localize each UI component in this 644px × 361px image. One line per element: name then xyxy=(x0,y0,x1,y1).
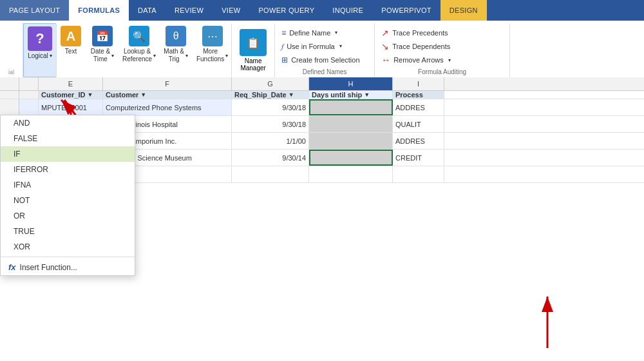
filter-icon-g[interactable]: ▼ xyxy=(289,92,294,98)
filter-icon-h[interactable]: ▼ xyxy=(364,92,370,98)
ribbon: PAGE LAYOUT FORMULAS DATA REVIEW VIEW PO… xyxy=(0,0,644,77)
math-icon: θ xyxy=(166,26,186,46)
lookup-reference-button[interactable]: 🔍 Lookup &Reference ▾ xyxy=(120,23,158,77)
row-num-header xyxy=(0,91,19,99)
filter-icon-f[interactable]: ▼ xyxy=(140,92,146,98)
trace-precedents-icon: ↗ xyxy=(381,28,389,38)
math-trig-button[interactable]: θ Math &Trig ▾ xyxy=(158,23,193,77)
tab-data[interactable]: DATA xyxy=(129,0,166,21)
dropdown-true[interactable]: TRUE xyxy=(1,224,135,239)
table-header-row: Customer_ID ▼ Customer ▼ Req_Ship_Date ▼… xyxy=(0,91,644,99)
datetime-icon: 📅 xyxy=(92,26,113,46)
cell-header-i[interactable]: Process xyxy=(393,91,444,99)
col-header-i[interactable]: I xyxy=(393,77,444,90)
cell-1-f[interactable]: Computerized Phone Systems xyxy=(103,99,232,115)
cell-header-e[interactable]: Customer_ID ▼ xyxy=(39,91,103,99)
text-label: Text xyxy=(65,48,77,55)
cell-2-h[interactable] xyxy=(309,116,393,132)
dropdown-xor[interactable]: XOR xyxy=(1,239,135,255)
cell-4-h[interactable] xyxy=(309,150,393,166)
logical-dropdown-menu: AND FALSE IF IFERROR IFNA NOT OR TRUE XO… xyxy=(0,115,135,276)
tab-review[interactable]: REVIEW xyxy=(166,0,213,21)
more-icon: ⋯ xyxy=(202,26,223,46)
tab-power-query[interactable]: POWER QUERY xyxy=(249,0,323,21)
header-req-ship: Req_Ship_Date xyxy=(234,91,287,99)
tab-formulas[interactable]: FORMULAS xyxy=(69,0,129,21)
text-button[interactable]: A Text xyxy=(57,23,85,77)
row-spacer xyxy=(0,77,19,90)
dropdown-or[interactable]: OR xyxy=(1,208,135,224)
cell-1-h[interactable] xyxy=(309,99,393,115)
lookup-label: Lookup &Reference ▾ xyxy=(122,48,156,63)
logical-dropdown-arrow: ▾ xyxy=(50,53,52,59)
cell-2-g[interactable]: 9/30/18 xyxy=(232,116,309,132)
header-customer: Customer xyxy=(106,91,138,99)
tab-inquire[interactable]: INQUIRE xyxy=(323,0,372,21)
trace-dependents-button[interactable]: ↘ Trace Dependents xyxy=(379,40,506,53)
dropdown-if[interactable]: IF xyxy=(1,146,135,162)
remove-arrows-button[interactable]: ↔ Remove Arrows ▾ xyxy=(379,54,506,66)
dropdown-and[interactable]: AND xyxy=(1,115,135,131)
cell-header-g[interactable]: Req_Ship_Date ▼ xyxy=(232,91,309,99)
define-name-button[interactable]: ≡ Define Name ▾ xyxy=(279,26,370,39)
create-from-selection-button[interactable]: ⊞ Create from Selection xyxy=(279,54,370,66)
cell-partial-1 xyxy=(19,99,39,115)
lookup-icon: 🔍 xyxy=(129,26,149,46)
col-header-g[interactable]: G xyxy=(232,77,309,90)
cell-3-g[interactable]: 1/1/00 xyxy=(232,133,309,149)
table-row: MPUTER0001 Computerized Phone Systems 9/… xyxy=(0,99,644,116)
dropdown-iferror[interactable]: IFERROR xyxy=(1,162,135,177)
lookup-arrow: ▾ xyxy=(153,53,156,59)
col-header-h[interactable]: H xyxy=(309,77,393,90)
tab-powerpivot[interactable]: POWERPIVOT xyxy=(372,0,440,21)
define-name-arrow: ▾ xyxy=(335,30,337,35)
more-functions-button[interactable]: ⋯ MoreFunctions ▾ xyxy=(193,23,232,77)
cell-1-e[interactable]: MPUTER0001 xyxy=(39,99,103,115)
cell-3-h[interactable] xyxy=(309,133,393,149)
more-label: MoreFunctions ▾ xyxy=(196,48,228,63)
defined-names-label: Defined Names xyxy=(279,67,370,77)
insert-function-button[interactable]: fx Insert Function... xyxy=(1,259,135,275)
row-num-1 xyxy=(0,99,19,115)
cell-1-g[interactable]: 9/30/18 xyxy=(232,99,309,115)
cell-empty-h[interactable] xyxy=(309,166,393,182)
logical-button[interactable]: ? Logical ▾ xyxy=(23,23,57,77)
remove-arrows-arrow: ▾ xyxy=(448,57,451,63)
col-header-f[interactable]: F xyxy=(103,77,232,90)
insert-fn-label: Insert Function... xyxy=(20,263,77,272)
cell-4-i[interactable]: CREDIT xyxy=(393,150,444,166)
header-days-ship: Days until ship xyxy=(312,91,362,99)
cell-4-g[interactable]: 9/30/14 xyxy=(232,150,309,166)
dropdown-false[interactable]: FALSE xyxy=(1,131,135,146)
formula-auditing-group: ↗ Trace Precedents ↘ Trace Dependents ↔ … xyxy=(375,23,510,77)
cell-partial-header xyxy=(19,91,39,99)
datetime-arrow: ▾ xyxy=(111,53,114,59)
dropdown-ifna[interactable]: IFNA xyxy=(1,177,135,193)
math-label: Math &Trig ▾ xyxy=(164,48,188,63)
cell-3-i[interactable]: ADDRES xyxy=(393,133,444,149)
use-in-formula-button[interactable]: 𝑓 Use in Formula ▾ xyxy=(279,40,370,53)
filter-icon-e[interactable]: ▼ xyxy=(87,92,93,98)
cell-header-h[interactable]: Days until ship ▼ xyxy=(309,91,393,99)
ribbon-content: ial ? Logical ▾ A Text 📅 Date &Tim xyxy=(0,21,644,77)
cell-2-i[interactable]: QUALIT xyxy=(393,116,444,132)
insert-fn-icon: fx xyxy=(8,262,16,272)
formula-auditing-label: Formula Auditing xyxy=(379,67,506,77)
dropdown-divider xyxy=(1,257,135,257)
name-manager-button[interactable]: 📋 NameManager xyxy=(232,23,275,77)
name-manager-label: NameManager xyxy=(240,57,265,72)
create-selection-icon: ⊞ xyxy=(281,55,288,64)
tab-view[interactable]: VIEW xyxy=(213,0,249,21)
tab-design[interactable]: DESIGN xyxy=(440,0,487,21)
cell-header-f[interactable]: Customer ▼ xyxy=(103,91,232,99)
tab-page-layout[interactable]: PAGE LAYOUT xyxy=(0,0,69,21)
datetime-label: Date &Time ▾ xyxy=(91,48,115,63)
cell-1-i[interactable]: ADDRES xyxy=(393,99,444,115)
col-header-e[interactable]: E xyxy=(39,77,103,90)
date-time-button[interactable]: 📅 Date &Time ▾ xyxy=(85,23,120,77)
name-manager-icon: 📋 xyxy=(240,29,267,56)
trace-precedents-button[interactable]: ↗ Trace Precedents xyxy=(379,26,506,39)
dropdown-not[interactable]: NOT xyxy=(1,193,135,208)
cell-empty-i[interactable] xyxy=(393,166,444,182)
cell-empty-g[interactable] xyxy=(232,166,309,182)
